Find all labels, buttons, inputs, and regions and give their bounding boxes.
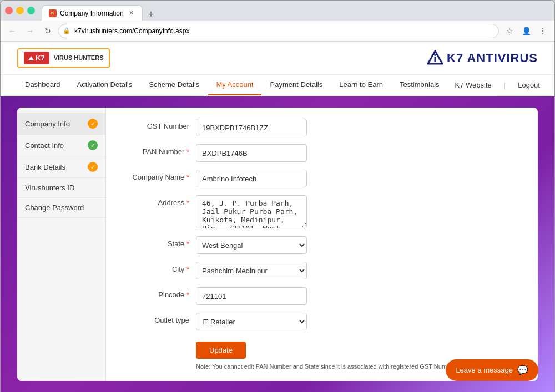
nav-dashboard[interactable]: Dashboard <box>17 75 68 95</box>
pan-label: PAN Number * <box>123 144 189 156</box>
city-row: City * Pashchim Medinipur Kolkata Howrah <box>123 262 521 279</box>
pincode-row: Pincode * <box>123 287 521 305</box>
browser-titlebar: K Company Information ✕ + <box>1 1 554 21</box>
sidebar-label-vhid: Virushunters ID <box>25 184 74 192</box>
pan-input[interactable] <box>196 144 307 162</box>
state-required-star: * <box>186 240 189 248</box>
sidebar-status-company: ✓ <box>88 119 98 129</box>
menu-button[interactable]: ⋮ <box>536 24 550 38</box>
sidebar-item-virushunters-id[interactable]: Virushunters ID <box>17 178 105 198</box>
main-area: Company Info ✓ Contact Info ✓ Bank Detai… <box>1 96 554 392</box>
forward-button[interactable]: → <box>23 24 37 38</box>
nav-my-account[interactable]: My Account <box>208 75 261 95</box>
company-label: Company Name * <box>123 170 189 181</box>
nav-testimonials[interactable]: Testimonials <box>392 75 447 95</box>
sidebar-item-contact-info[interactable]: Contact Info ✓ <box>17 135 105 156</box>
svg-point-2 <box>434 54 436 56</box>
sidebar: Company Info ✓ Contact Info ✓ Bank Detai… <box>17 108 106 381</box>
leave-message-button[interactable]: Leave a message 💬 <box>446 359 538 381</box>
nav-right: K7 Website | Logout <box>447 75 548 95</box>
nav-logout[interactable]: Logout <box>510 75 548 95</box>
address-label: Address * <box>123 195 189 207</box>
company-input[interactable] <box>196 170 307 187</box>
state-select[interactable]: West Bengal Maharashtra Karnataka Tamil … <box>196 236 307 254</box>
nav-main: Dashboard Activation Details Scheme Deta… <box>17 75 447 95</box>
city-label: City * <box>123 262 189 273</box>
page-content: K7 VIRUS HUNTERS K7 ANTIVIRUS Dashboard … <box>1 42 554 392</box>
sidebar-item-company-info[interactable]: Company Info ✓ <box>17 113 105 135</box>
brand-name: K7 ANTIVIRUS <box>427 50 538 67</box>
tab-favicon: K <box>49 9 57 17</box>
nav-activation-details[interactable]: Activation Details <box>69 75 140 95</box>
brand-logo-icon <box>427 50 443 67</box>
sidebar-item-bank-details[interactable]: Bank Details ✓ <box>17 156 105 178</box>
update-button[interactable]: Update <box>196 342 246 359</box>
outlet-label: Outlet type <box>123 313 189 324</box>
address-input[interactable]: 46, J. P. Purba Parh, Jail Pukur Purba P… <box>196 195 307 228</box>
form-area: GST Number PAN Number * <box>106 108 538 381</box>
main-card: Company Info ✓ Contact Info ✓ Bank Detai… <box>17 108 538 381</box>
pan-required-star: * <box>186 147 189 156</box>
browser-window: K Company Information ✕ + ← → ↻ 🔒 ☆ 👤 ⋮ <box>0 0 555 392</box>
city-select[interactable]: Pashchim Medinipur Kolkata Howrah <box>196 262 307 279</box>
tab-title: Company Information <box>60 9 124 17</box>
address-bar[interactable] <box>58 24 499 38</box>
active-tab[interactable]: K Company Information ✕ <box>42 5 143 21</box>
site-nav: Dashboard Activation Details Scheme Deta… <box>1 75 554 96</box>
new-tab-button[interactable]: + <box>145 9 158 21</box>
leave-message-label: Leave a message <box>456 366 513 374</box>
tab-close-icon[interactable]: ✕ <box>127 9 135 17</box>
logo-text: VIRUS HUNTERS <box>54 54 104 62</box>
profile-button[interactable]: 👤 <box>519 24 533 38</box>
pincode-required-star: * <box>186 291 189 299</box>
nav-k7-website[interactable]: K7 Website <box>447 75 500 95</box>
nav-scheme-details[interactable]: Scheme Details <box>141 75 207 95</box>
reload-button[interactable]: ↻ <box>41 24 55 38</box>
site-header: K7 VIRUS HUNTERS K7 ANTIVIRUS <box>1 42 554 75</box>
gst-input[interactable] <box>196 119 307 136</box>
address-bar-wrap: 🔒 <box>58 24 499 38</box>
city-required-star: * <box>186 265 189 273</box>
lock-icon: 🔒 <box>63 27 70 34</box>
state-row: State * West Bengal Maharashtra Karnatak… <box>123 236 521 254</box>
minimize-button[interactable] <box>16 7 24 14</box>
address-row: Address * 46, J. P. Purba Parh, Jail Puk… <box>123 195 521 228</box>
sidebar-label-password: Change Password <box>25 203 84 212</box>
maximize-button[interactable] <box>27 7 35 14</box>
pincode-input[interactable] <box>196 287 307 305</box>
sidebar-status-bank: ✓ <box>88 162 98 172</box>
gst-row: GST Number <box>123 119 521 136</box>
gst-label: GST Number <box>123 119 189 130</box>
pincode-label: Pincode * <box>123 287 189 299</box>
nav-payment-details[interactable]: Payment Details <box>263 75 331 95</box>
outlet-row: Outlet type IT Retailer Mobile Retailer … <box>123 313 521 330</box>
sidebar-label-bank: Bank Details <box>25 163 65 171</box>
nav-divider: | <box>504 81 506 89</box>
tab-bar: K Company Information ✕ + <box>42 1 550 21</box>
back-button[interactable]: ← <box>5 24 19 38</box>
sidebar-item-change-password[interactable]: Change Password <box>17 198 105 218</box>
nav-learn-to-earn[interactable]: Learn to Earn <box>331 75 391 95</box>
bookmark-button[interactable]: ☆ <box>502 24 517 38</box>
state-label: State * <box>123 236 189 248</box>
sidebar-label-company: Company Info <box>25 120 70 128</box>
brand-text: K7 ANTIVIRUS <box>447 51 538 65</box>
company-row: Company Name * <box>123 170 521 187</box>
close-button[interactable] <box>5 7 13 14</box>
browser-toolbar: ← → ↻ 🔒 ☆ 👤 ⋮ <box>1 21 554 42</box>
logo-icon: K7 <box>24 52 49 64</box>
window-controls <box>5 7 35 14</box>
sidebar-label-contact: Contact Info <box>25 141 64 150</box>
outlet-select[interactable]: IT Retailer Mobile Retailer Other <box>196 313 307 330</box>
company-required-star: * <box>186 173 189 181</box>
pan-row: PAN Number * <box>123 144 521 162</box>
toolbar-actions: ☆ 👤 ⋮ <box>502 24 550 38</box>
chat-icon: 💬 <box>517 365 528 375</box>
address-required-star: * <box>186 198 189 207</box>
logo-k7-text: K7 <box>36 54 45 62</box>
logo-box: K7 VIRUS HUNTERS <box>17 48 110 68</box>
sidebar-status-contact: ✓ <box>88 140 98 150</box>
